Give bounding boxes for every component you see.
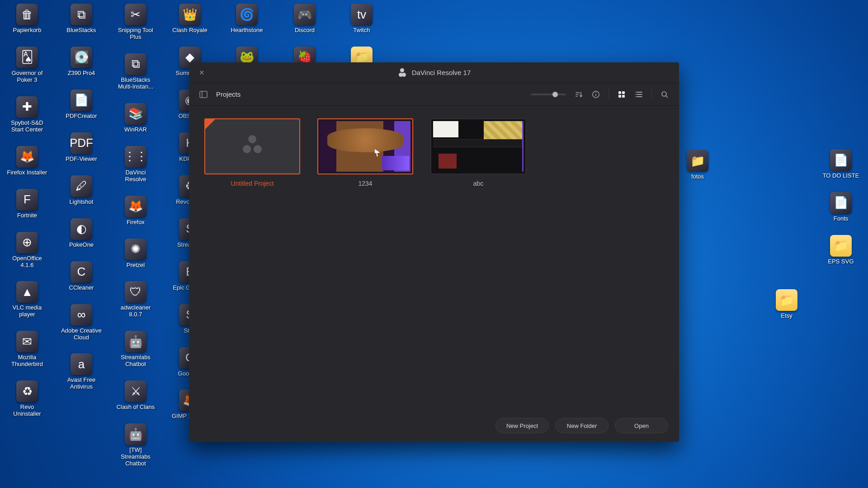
desktop-icon[interactable]: ⚔Clash of Clans bbox=[115, 380, 156, 411]
desktop-icon[interactable]: 🦊Firefox bbox=[115, 196, 156, 226]
desktop-icon[interactable]: 🌀Hearthstone bbox=[226, 4, 267, 34]
desktop-icon[interactable]: 📄Fonts bbox=[821, 192, 861, 222]
desktop-icon[interactable]: aAvast Free Antivirus bbox=[61, 353, 102, 390]
desktop-icon[interactable]: 🤖[TW] Streamlabs Chatbot bbox=[115, 423, 156, 467]
app-icon: 🤖 bbox=[125, 331, 146, 352]
desktop-icon[interactable]: 📄TO DO LISTE bbox=[821, 149, 861, 179]
info-button[interactable] bbox=[591, 90, 600, 99]
desktop-icon[interactable]: 🦊Firefox Installer bbox=[7, 146, 47, 176]
desktop-icon[interactable]: ∞Adobe Creative Cloud bbox=[61, 304, 102, 341]
project-card[interactable]: Untitled Project bbox=[204, 118, 300, 187]
app-brand: DaVinci Resolve 17 bbox=[397, 68, 471, 78]
list-view-button[interactable] bbox=[634, 90, 643, 99]
desktop-icon[interactable]: 🎮Discord bbox=[284, 4, 325, 34]
desktop-icon-label: Pretzel bbox=[127, 262, 145, 269]
desktop-icon[interactable]: ⧉BlueStacks Multi-Instan... bbox=[115, 53, 156, 90]
desktop-icon[interactable]: ▲VLC media player bbox=[7, 281, 47, 318]
desktop-icon[interactable]: ⧉BlueStacks bbox=[61, 4, 102, 34]
desktop-icon-label: PDF-Viewer bbox=[66, 156, 97, 163]
desktop-icon[interactable]: 📄PDFCreator bbox=[61, 89, 102, 120]
desktop-icon[interactable]: 📁EPS SVG bbox=[821, 235, 861, 265]
desktop-icon[interactable]: ✂Snipping Tool Plus bbox=[115, 4, 156, 41]
desktop-icon-label: TO DO LISTE bbox=[823, 173, 859, 179]
desktop-icon-label: Snipping Tool Plus bbox=[115, 27, 156, 41]
desktop-icon[interactable]: ✉Mozilla Thunderbird bbox=[7, 331, 47, 368]
desktop-icon[interactable]: 🛡adwcleaner 8.0.7 bbox=[115, 281, 156, 318]
desktop-icon[interactable]: 🖊Lightshot bbox=[61, 175, 102, 206]
desktop-icon-label: Streamlabs Chatbot bbox=[115, 354, 156, 368]
desktop-icon[interactable]: 📁Etsy bbox=[766, 289, 807, 319]
desktop-icon[interactable]: 🂡Governor of Poker 3 bbox=[7, 47, 47, 84]
folder-icon: 📁 bbox=[776, 289, 797, 311]
open-button[interactable]: Open bbox=[615, 418, 668, 433]
separator bbox=[651, 89, 652, 99]
desktop-icon-fotos[interactable]: 📁 fotos bbox=[677, 150, 718, 180]
desktop-icon[interactable]: ♻Revo Uninstaller bbox=[7, 380, 47, 418]
desktop-icon[interactable]: ◐PokeOne bbox=[61, 218, 102, 249]
project-card[interactable]: abc bbox=[430, 118, 526, 187]
project-card[interactable]: 1234 bbox=[317, 118, 413, 187]
section-title: Projects bbox=[216, 90, 241, 98]
app-icon: 🦊 bbox=[16, 146, 38, 168]
desktop-icon[interactable]: ⋮⋮DaVinci Resolve bbox=[115, 146, 156, 183]
desktop-icon-label: OpenOffice 4.1.6 bbox=[7, 255, 47, 269]
desktop-icon-label: Twitch bbox=[354, 27, 370, 34]
desktop-icon[interactable]: 🤖Streamlabs Chatbot bbox=[115, 331, 156, 368]
svg-point-16 bbox=[636, 94, 637, 95]
desktop-icon-label: PDFCreator bbox=[66, 113, 97, 120]
desktop-icon[interactable]: FFortnite bbox=[7, 189, 47, 219]
desktop-icon-label: Clash Royale bbox=[172, 27, 207, 34]
project-thumbnail bbox=[204, 118, 300, 174]
search-button[interactable] bbox=[660, 90, 669, 99]
desktop-icon-label: Revo Uninstaller bbox=[7, 404, 47, 418]
app-icon: C bbox=[71, 261, 92, 283]
desktop-icon[interactable]: CCCleaner bbox=[61, 261, 102, 291]
davinci-logo-icon bbox=[397, 68, 407, 78]
desktop-icon[interactable]: 👑Clash Royale bbox=[170, 4, 210, 34]
new-project-button[interactable]: New Project bbox=[495, 418, 549, 433]
desktop-icon[interactable]: ✚Spybot-S&D Start Center bbox=[7, 96, 47, 133]
thumbnail-zoom-slider[interactable] bbox=[531, 94, 566, 95]
desktop-icon-label: DaVinci Resolve bbox=[115, 169, 156, 183]
separator bbox=[609, 89, 609, 99]
app-icon: tv bbox=[351, 4, 373, 25]
app-icon: F bbox=[16, 189, 38, 211]
app-icon: ⊕ bbox=[16, 232, 38, 253]
desktop-icon-label: Papierkorb bbox=[13, 27, 42, 34]
desktop-icon[interactable]: 💽Z390 Pro4 bbox=[61, 47, 102, 77]
desktop-icon[interactable]: 📚WinRAR bbox=[115, 103, 156, 133]
desktop-icon[interactable]: tvTwitch bbox=[341, 4, 382, 34]
desktop-icon[interactable]: ✺Pretzel bbox=[115, 239, 156, 269]
desktop-icon[interactable]: ⊕OpenOffice 4.1.6 bbox=[7, 232, 47, 269]
svg-rect-9 bbox=[622, 91, 625, 94]
svg-rect-11 bbox=[622, 95, 625, 98]
close-button[interactable]: ✕ bbox=[199, 70, 205, 76]
app-icon: ⧉ bbox=[71, 4, 92, 25]
desktop-icon-label: Firefox bbox=[127, 219, 145, 226]
desktop-icon[interactable]: 🗑Papierkorb bbox=[7, 4, 47, 34]
app-icon: ✺ bbox=[125, 239, 146, 260]
davinci-logo-icon bbox=[241, 135, 264, 158]
svg-point-15 bbox=[636, 92, 637, 93]
window-title: DaVinci Resolve 17 bbox=[412, 69, 471, 76]
project-name: abc bbox=[430, 180, 526, 187]
app-icon: 🖊 bbox=[71, 175, 92, 197]
sort-button[interactable] bbox=[574, 90, 583, 99]
app-icon: 📄 bbox=[830, 192, 852, 214]
project-thumbnail bbox=[430, 118, 526, 174]
desktop-icon-label: adwcleaner 8.0.7 bbox=[115, 305, 156, 318]
grid-view-button[interactable] bbox=[617, 90, 626, 99]
folder-icon: 📁 bbox=[830, 235, 852, 257]
desktop-icon-label: WinRAR bbox=[124, 127, 147, 133]
sidebar-toggle-button[interactable] bbox=[199, 90, 208, 99]
app-icon: 📄 bbox=[71, 89, 92, 111]
desktop-icon-label: BlueStacks bbox=[66, 27, 96, 34]
app-icon: ⚔ bbox=[125, 380, 146, 402]
folder-icon: 📁 bbox=[687, 150, 708, 172]
desktop-icon[interactable]: PDFPDF-Viewer bbox=[61, 132, 102, 163]
desktop-icon-label: Spybot-S&D Start Center bbox=[7, 120, 47, 133]
new-folder-button[interactable]: New Folder bbox=[555, 418, 609, 433]
app-icon: 👑 bbox=[179, 4, 201, 25]
app-icon: ♻ bbox=[16, 380, 38, 402]
desktop-icon-label: [TW] Streamlabs Chatbot bbox=[115, 447, 156, 467]
